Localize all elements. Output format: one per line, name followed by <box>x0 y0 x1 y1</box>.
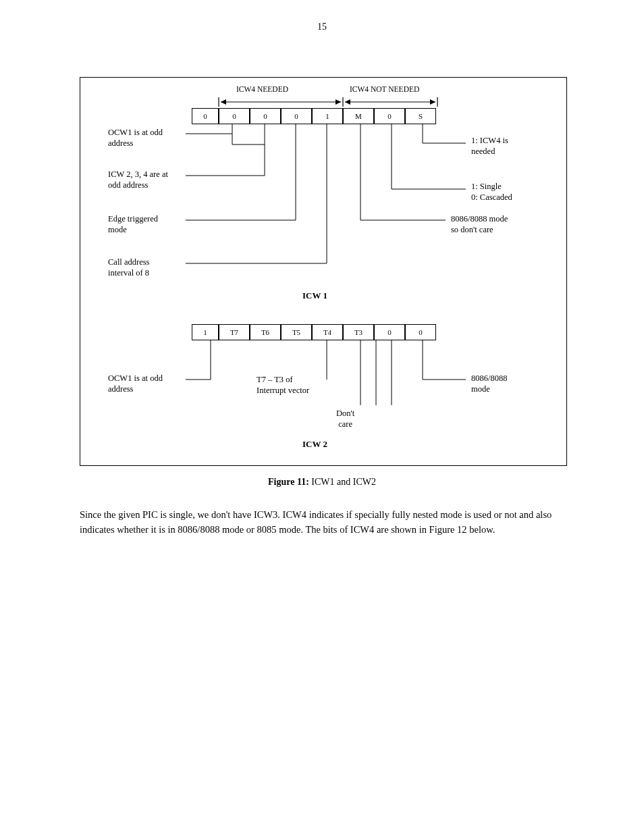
icw2-d6-cell: T6 <box>250 324 281 340</box>
icw2-right-label: 8086/8088 mode <box>471 373 507 395</box>
bracket-label-right: ICW4 NOT NEEDED <box>350 85 419 95</box>
icw1-d1-cell: S <box>405 108 436 124</box>
icw1-left-label-2: ICW 2, 3, 4 are at odd address <box>108 169 168 191</box>
icw1-left-label-4: Call address interval of 8 <box>108 257 149 279</box>
figure-caption: Figure 11: ICW1 and ICW2 <box>0 477 644 488</box>
icw2-t-label: T7 – T3 of Interrupt vector <box>257 374 309 396</box>
icw2-d7-cell: T7 <box>219 324 250 340</box>
icw1-d5-cell: 0 <box>281 108 312 124</box>
icw1-d3-cell: M <box>343 108 374 124</box>
icw1-addr-cell: 0 <box>192 108 219 124</box>
figure-caption-text: ICW1 and ICW2 <box>311 477 376 487</box>
icw1-right-label-3: 8086/8088 mode so don't care <box>451 213 508 236</box>
icw1-left-label-1: OCW1 is at odd address <box>108 127 163 149</box>
body-text: Since the given PIC is single, we don't … <box>80 508 566 546</box>
icw1-title: ICW 1 <box>302 290 327 301</box>
body-paragraph-1: Since the given PIC is single, we don't … <box>80 508 566 538</box>
icw2-d4-cell: T4 <box>312 324 343 340</box>
icw2-d3-cell: T3 <box>343 324 374 340</box>
diagram-lines <box>0 0 644 473</box>
figure-caption-bold: Figure 11: <box>268 477 311 487</box>
icw1-d6-cell: 0 <box>250 108 281 124</box>
icw1-right-label-2: 1: Single 0: Cascaded <box>471 181 512 203</box>
icw2-title: ICW 2 <box>302 439 327 450</box>
icw1-right-label-1: 1: ICW4 is needed <box>471 135 508 157</box>
bracket-label-left: ICW4 NEEDED <box>236 85 288 95</box>
icw2-center-label: Don't care <box>336 408 354 430</box>
svg-marker-5 <box>221 99 226 105</box>
icw1-left-label-3: Edge triggered mode <box>108 213 158 236</box>
icw2-d1-cell: 0 <box>405 324 436 340</box>
icw1-d2-cell: 0 <box>374 108 405 124</box>
svg-marker-8 <box>430 99 435 105</box>
icw2-d5-cell: T5 <box>281 324 312 340</box>
icw2-left-label: OCW1 is at odd address <box>108 373 163 395</box>
icw1-d4-cell: 1 <box>312 108 343 124</box>
icw1-d7-cell: 0 <box>219 108 250 124</box>
icw2-d2-cell: 0 <box>374 324 405 340</box>
svg-marker-6 <box>336 99 341 105</box>
svg-marker-7 <box>345 99 350 105</box>
icw2-addr-cell: 1 <box>192 324 219 340</box>
